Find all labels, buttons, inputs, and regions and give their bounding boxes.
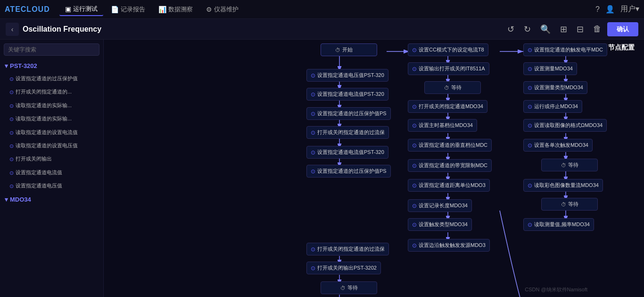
list-item[interactable]: ⊙ 打开或关闭输出 [0,153,103,166]
sidebar-group-mdo34[interactable]: ▾ MDO34 [0,193,103,206]
item-icon-8: ⊙ [9,170,14,177]
wait-icon-d2: ⏱ [561,202,566,207]
node-pst-ocp[interactable]: ⊙打开或关闭指定通道的过流保 [306,126,389,139]
nav-items: ▣ 运行测试 📄 记录报告 📊 数据溯察 ⚙ 仪器维护 [59,3,244,16]
node-start[interactable]: ⏱ 开始 [321,43,377,56]
search-input[interactable] [4,43,99,56]
node-mdo-bandwidth[interactable]: ⊙设置指定通道的带宽限制MDC [408,159,492,172]
item-icon-4: ⊙ [9,116,14,123]
action-icon-c7: ⊙ [412,182,417,189]
section-title: 节点配置 [608,43,635,52]
action-icon-d4: ⊙ [528,103,532,110]
app-logo: ATECLOUD [5,5,50,14]
action-icon: ⊙ [311,72,315,79]
canvas-area[interactable]: 节点配置 ⏱ 开始 ⊙设置指定通道电压值PST-320 ⊙设置指定通道电流值PS… [104,40,644,297]
wait-icon-d1: ⏱ [561,162,566,168]
node-mdo-imgfmt[interactable]: ⊙设置读取图像的格式ΩMDO34 [523,119,607,132]
node-pst-ovp[interactable]: ⊙设置指定通道的过压保护值PS [306,107,391,120]
node-mdo-readimg[interactable]: ⊙读取彩色图像数量流MDO34 [523,179,603,192]
node-mdo-measure[interactable]: ⊙设置测量MDO34 [523,62,577,75]
instrument-icon: ⚙ [206,6,212,13]
user-icon[interactable]: 👤 [605,5,615,14]
node-mdo-readmeas[interactable]: ⊙读取测量值,频率MDO34 [523,218,594,231]
node-pst-current[interactable]: ⊙设置指定通道电流值PST-320 [306,88,388,101]
list-item[interactable]: ⊙ 读取指定通道的实际输... [0,99,103,112]
action-icon-c8: ⊙ [412,203,417,209]
node-mdo-trigsource[interactable]: ⊙设置边沿触发触发发源MDO3 [408,239,490,252]
action-icon-5: ⊙ [311,149,315,156]
action-icon-d8: ⊙ [528,221,532,228]
record-icon: 📄 [111,6,119,13]
undo-button[interactable]: ↺ [505,22,516,36]
redo-button[interactable]: ↻ [522,22,533,36]
help-icon[interactable]: ? [595,5,600,14]
action-icon-d2: ⊙ [528,66,532,72]
node-pst-ocp2[interactable]: ⊙打开或关闭指定通道的过流保 [306,243,389,255]
node-wait-1[interactable]: ⏱等待 [321,281,377,294]
nav-item-record[interactable]: 📄 记录报告 [105,3,151,16]
list-item[interactable]: ⊙ 设置指定通道电流值 [0,166,103,179]
list-item[interactable]: ⊙ 设置指定通道的过压保护值 [0,72,103,85]
nav-right: ? 👤 用户▾ [595,4,639,14]
action-icon-4: ⊙ [311,129,315,136]
node-mdo-timebase[interactable]: ⊙设置主时基档位MDO34 [408,119,477,132]
watermark: CSDN @纳米软件Namisoft [525,286,587,293]
node-mdo-triglevel[interactable]: ⊙设置指定通道的触发电平MDC [523,43,607,56]
top-nav: ATECLOUD ▣ 运行测试 📄 记录报告 📊 数据溯察 ⚙ 仪器维护 ? 👤… [0,0,644,19]
action-icon-d1: ⊙ [528,47,532,53]
group-toggle-icon: ▾ [5,62,8,69]
search-button[interactable]: 🔍 [538,22,553,36]
node-it-cc[interactable]: ⊙设置CC模式下的设定电流T8 [408,43,488,56]
node-mdo-reclen[interactable]: ⊙设置记录长度MDO34 [408,199,472,212]
node-mdo-singletrig[interactable]: ⊙设置各单次触发MDO34 [523,139,593,152]
list-item[interactable]: ⊙ 读取指定通道的设置电压值 [0,139,103,153]
run-test-icon: ▣ [65,5,71,13]
item-icon-1: ⊙ [9,76,14,83]
action-icon-c4: ⊙ [412,122,417,129]
action-icon-c1: ⊙ [412,47,417,53]
node-mdo-runstop[interactable]: ⊙运行或停止MDO34 [523,100,582,113]
sidebar: ▾ PST-3202 ⊙ 设置指定通道的过压保护值 ⊙ 打开或关闭指定通道的..… [0,40,104,297]
list-item[interactable]: ⊙ 设置指定通道电压值 [0,179,103,193]
list-item[interactable]: ⊙ 读取指定通道的实际输... [0,112,103,126]
action-icon-c3: ⊙ [412,103,417,110]
back-button[interactable]: ‹ [6,23,19,36]
node-mdo-vertical[interactable]: ⊙设置指定通道的垂直档位MDC [408,139,492,152]
action-icon-2: ⊙ [311,91,315,98]
list-item[interactable]: ⊙ 打开或关闭指定通道的... [0,85,103,99]
nav-item-data[interactable]: 📊 数据溯察 [153,3,198,16]
clock-icon: ⏱ [335,47,340,53]
action-icon-6: ⊙ [311,168,315,175]
node-pst-output[interactable]: ⊙打开或关闭输出PST-3202 [306,262,381,274]
nav-item-run-test[interactable]: ▣ 运行测试 [59,3,103,16]
node-wait-c2[interactable]: ⏱等待 [424,81,481,94]
list-item[interactable]: ⊙ 读取指定通道的设置电流值 [0,126,103,139]
sidebar-group-pst3202[interactable]: ▾ PST-3202 [0,59,103,72]
node-pst-ovp2[interactable]: ⊙设置指定通道的过压保护值PS [306,165,391,178]
node-mdo-channel[interactable]: ⊙打开或关闭指定通道MDO34 [408,100,487,113]
action-icon-c9: ⊙ [412,221,417,228]
nav-item-instrument[interactable]: ⚙ 仪器维护 [200,3,244,16]
action-icon-c6: ⊙ [412,162,417,169]
item-icon-7: ⊙ [9,156,14,163]
crop-button[interactable]: ⊞ [558,22,569,36]
action-icon-d3: ⊙ [528,85,532,91]
confirm-button[interactable]: 确认 [607,22,638,36]
node-mdo-trigtype[interactable]: ⊙设置触发类型MDO34 [408,218,472,231]
action-icon-7: ⊙ [311,246,315,253]
data-icon: 📊 [158,6,166,13]
node-mdo-unit[interactable]: ⊙设置指定通道距离单位MDO3 [408,179,490,192]
node-pst-voltage[interactable]: ⊙设置指定通道电压值PST-320 [306,69,388,82]
action-icon-8: ⊙ [311,265,315,272]
user-name[interactable]: 用户▾ [620,4,639,14]
wait-icon-1: ⏱ [340,285,346,291]
node-wait-d1[interactable]: ⏱等待 [541,159,598,171]
layout-button[interactable]: ⊟ [575,22,586,36]
main-layout: ▾ PST-3202 ⊙ 设置指定通道的过压保护值 ⊙ 打开或关闭指定通道的..… [0,40,644,297]
delete-button[interactable]: 🗑 [591,22,603,36]
node-it-output[interactable]: ⊙设置输出打开或关闭IT8511A [408,62,489,75]
node-pst-current2[interactable]: ⊙设置指定通道电流值PST-320 [306,146,388,159]
node-mdo-meastype[interactable]: ⊙设置测量类型MDO34 [523,81,587,94]
node-wait-d2[interactable]: ⏱等待 [541,198,598,211]
wait-icon-c2: ⏱ [444,85,449,91]
